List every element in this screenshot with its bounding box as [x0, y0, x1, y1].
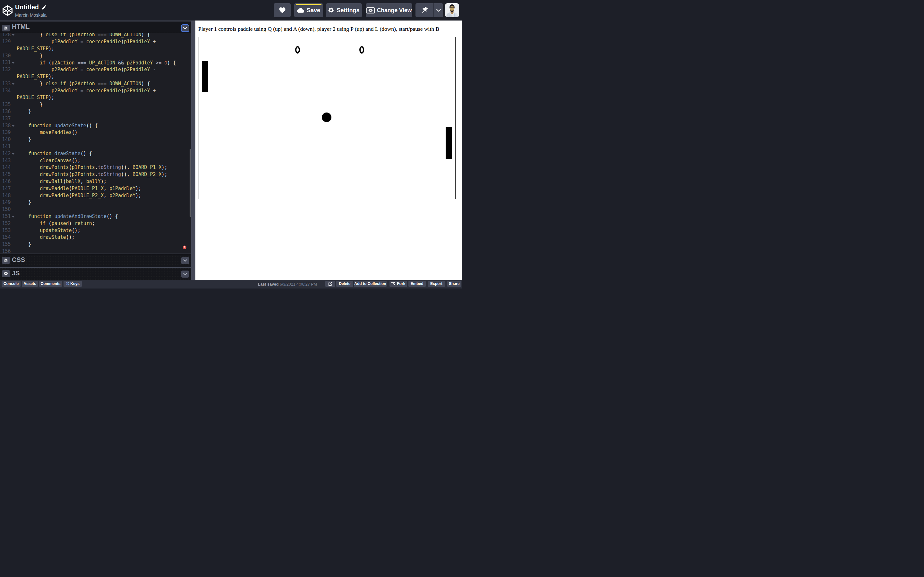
pin-button[interactable]: [415, 3, 433, 17]
code-line-150[interactable]: 150: [0, 206, 191, 213]
code-editor[interactable]: 128 } else if (p1Action === DOWN_ACTION)…: [0, 33, 191, 254]
codepen-logo-icon[interactable]: [3, 5, 13, 16]
code-line-130[interactable]: 130 }: [0, 53, 191, 60]
like-button[interactable]: [274, 3, 291, 17]
token-o: =: [81, 67, 83, 73]
code-line-148[interactable]: 148 drawPaddle(PADDLE_P2_X, p2PaddleY);: [0, 192, 191, 199]
avatar[interactable]: [445, 3, 459, 17]
token-w: (: [121, 88, 124, 93]
code-line-152[interactable]: 152 if (paused) return;: [0, 220, 191, 227]
code-line-151[interactable]: 151 function updateAndDrawState() {: [0, 213, 191, 220]
game-canvas[interactable]: [199, 37, 456, 199]
edit-title-icon[interactable]: [42, 5, 46, 10]
token-w: }: [17, 242, 31, 247]
footer: Console Assets Comments ⌘ Keys Last save…: [0, 280, 462, 288]
token-y: drawPaddle: [40, 193, 69, 198]
token-y: PADDLE_STEP: [17, 95, 48, 100]
token-w: [107, 81, 110, 87]
code-line-144[interactable]: 144 drawPoints(p1Points.toString(), BOAR…: [0, 164, 191, 171]
code-line-137[interactable]: 137: [0, 115, 191, 122]
code-text: movePaddles(): [17, 129, 78, 136]
code-line-wrap[interactable]: PADDLE_STEP);: [0, 73, 191, 81]
code-line-138[interactable]: 138 function updateState() {: [0, 122, 191, 129]
code-line-156[interactable]: 156: [0, 248, 191, 254]
error-badge[interactable]: !: [183, 245, 187, 250]
token-w: }: [17, 137, 31, 142]
fold-arrow-icon[interactable]: [12, 153, 15, 155]
code-scrollbar-thumb[interactable]: [190, 149, 191, 217]
js-editor-label[interactable]: JS: [12, 269, 19, 277]
assets-button[interactable]: Assets: [22, 281, 38, 287]
pin-dropdown-button[interactable]: [434, 3, 443, 17]
code-line-142[interactable]: 142 function drawState() {: [0, 150, 191, 157]
token-w: ;: [92, 221, 95, 226]
code-text: drawBall(ballX, ballY);: [17, 178, 107, 185]
export-button[interactable]: Export: [428, 281, 445, 287]
fork-button[interactable]: Fork: [389, 281, 407, 287]
code-line-154[interactable]: 154 drawState();: [0, 234, 191, 241]
html-settings-button[interactable]: [2, 25, 10, 32]
token-w: [83, 67, 86, 73]
code-line-143[interactable]: 143 clearCanvas();: [0, 157, 191, 164]
js-chevron-down-icon: [183, 273, 187, 276]
token-w: (: [69, 185, 72, 191]
fold-arrow-icon[interactable]: [12, 83, 15, 85]
token-w: [17, 221, 40, 226]
open-external-button[interactable]: [325, 281, 335, 287]
code-line-155[interactable]: 155 }: [0, 241, 191, 248]
code-line-140[interactable]: 140 }: [0, 136, 191, 143]
delete-button[interactable]: Delete: [336, 281, 353, 287]
code-line-141[interactable]: 141: [0, 143, 191, 150]
code-line-135[interactable]: 135 }: [0, 101, 191, 108]
code-line-131[interactable]: 131 if (p2Action === UP_ACTION && p2Padd…: [0, 59, 191, 66]
html-editor-header: HTML: [0, 21, 191, 33]
html-collapse-button[interactable]: [181, 24, 189, 32]
code-text: clearCanvas();: [17, 157, 81, 164]
code-line-153[interactable]: 153 updateState();: [0, 227, 191, 234]
code-line-129[interactable]: 129 p1PaddleY = coercePaddle(p1PaddleY +: [0, 39, 191, 45]
code-line-wrap[interactable]: PADDLE_STEP);: [0, 94, 191, 101]
fold-arrow-icon[interactable]: [12, 34, 15, 36]
save-button[interactable]: Save: [294, 3, 323, 17]
pen-author[interactable]: Marcin Moskała: [15, 13, 47, 18]
console-button[interactable]: Console: [2, 281, 21, 287]
code-line-128[interactable]: 128 } else if (p1Action === DOWN_ACTION)…: [0, 33, 191, 39]
token-y: clearCanvas: [40, 158, 71, 163]
fold-arrow-icon[interactable]: [12, 62, 15, 64]
share-button[interactable]: Share: [447, 281, 462, 287]
token-w: );: [48, 74, 54, 79]
fold-arrow-icon[interactable]: [12, 125, 15, 127]
code-line-132[interactable]: 132 p2PaddleY = coercePaddle(p2PaddleY -: [0, 66, 191, 73]
code-line-146[interactable]: 146 drawBall(ballX, ballY);: [0, 178, 191, 185]
fold-arrow-icon[interactable]: [12, 216, 15, 218]
settings-button[interactable]: Settings: [326, 3, 362, 17]
comments-button[interactable]: Comments: [39, 281, 62, 287]
css-settings-button[interactable]: [2, 257, 10, 264]
css-expand-button[interactable]: [181, 257, 189, 264]
code-line-133[interactable]: 133 } else if (p2Action === DOWN_ACTION)…: [0, 81, 191, 87]
change-view-button[interactable]: Change View: [366, 3, 412, 17]
embed-button[interactable]: Embed: [409, 281, 426, 287]
html-editor-label[interactable]: HTML: [12, 23, 30, 31]
token-w: [17, 151, 28, 156]
css-editor-label[interactable]: CSS: [12, 256, 25, 263]
js-settings-button[interactable]: [2, 270, 10, 277]
code-line-147[interactable]: 147 drawPaddle(PADDLE_P1_X, p1PaddleY);: [0, 185, 191, 192]
code-line-wrap[interactable]: PADDLE_STEP);: [0, 45, 191, 53]
code-line-145[interactable]: 145 drawPoints(p2Points.toString(), BOAR…: [0, 171, 191, 178]
code-line-136[interactable]: 136 }: [0, 108, 191, 115]
editor-preview-resizer[interactable]: [191, 21, 195, 280]
token-y: if: [60, 33, 66, 38]
token-y: BOARD_P2_X: [132, 171, 162, 177]
code-text: }: [17, 108, 31, 115]
token-w: ();: [66, 234, 75, 240]
js-expand-button[interactable]: [181, 271, 189, 277]
code-line-149[interactable]: 149 }: [0, 199, 191, 206]
code-line-139[interactable]: 139 movePaddles(): [0, 129, 191, 136]
token-w: [83, 39, 86, 45]
code-line-134[interactable]: 134 p2PaddleY = coercePaddle(p2PaddleY +: [0, 87, 191, 95]
keyboard-shortcuts-button[interactable]: ⌘ Keys: [63, 281, 82, 287]
add-to-collection-button[interactable]: Add to Collection: [354, 281, 387, 287]
line-number: 139: [0, 129, 11, 136]
token-w: [17, 179, 40, 184]
